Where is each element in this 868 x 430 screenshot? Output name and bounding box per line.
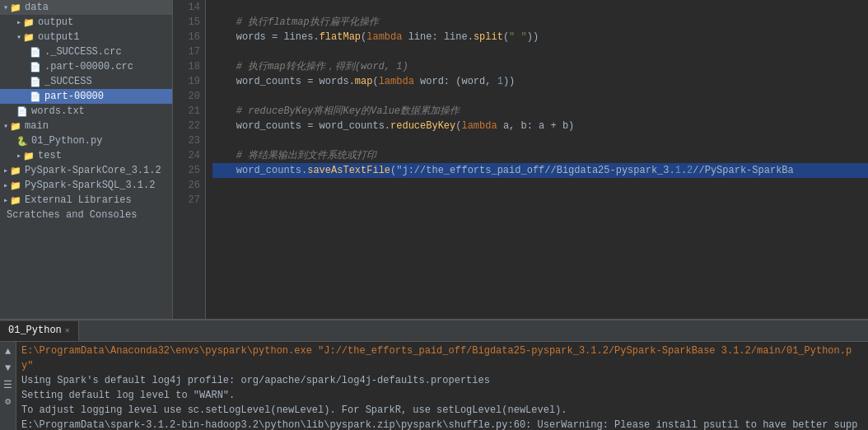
sidebar-label: part-00000 xyxy=(44,91,104,102)
arrow-icon: ▸ xyxy=(3,195,8,205)
line-number: 21 xyxy=(173,104,200,119)
scroll-down-btn[interactable]: ▼ xyxy=(2,362,15,375)
sidebar-item-pyspark_sql[interactable]: ▸ 📁 PySpark-SparkSQL_3.1.2 xyxy=(0,178,172,193)
sidebar-label: External Libraries xyxy=(25,194,132,206)
bottom-toolbar: ▲ ▼ ☰ ⚙ xyxy=(0,342,16,430)
tab-label: 01_Python xyxy=(8,325,62,336)
sidebar-label: output1 xyxy=(38,31,79,43)
bottom-main: ▲ ▼ ☰ ⚙ E:\ProgramData\Anaconda32\envs\p… xyxy=(0,342,868,430)
sidebar-item-ext_libs[interactable]: ▸ 📁 External Libraries xyxy=(0,193,172,208)
arrow-icon: ▸ xyxy=(16,151,21,161)
sidebar-label: data xyxy=(25,2,49,13)
line-number: 23 xyxy=(173,133,200,148)
sidebar-label: test xyxy=(38,150,62,161)
arrow-icon: ▸ xyxy=(3,166,8,175)
folder-icon: 📁 xyxy=(23,17,35,28)
bottom-tab-python[interactable]: 01_Python ✕ xyxy=(0,321,79,341)
console-line: Using Spark's default log4j profile: org… xyxy=(21,373,863,388)
line-numbers: 1415161718192021222324252627 xyxy=(173,0,206,319)
line-number: 20 xyxy=(173,89,200,104)
line-number: 19 xyxy=(173,74,200,89)
sidebar-item-data[interactable]: ▾ 📁 data xyxy=(0,0,172,15)
sidebar-item-part00000[interactable]: 📄 part-00000 xyxy=(0,89,172,104)
file-icon: 📄 xyxy=(30,77,41,87)
sidebar-item-main[interactable]: ▾ 📁 main xyxy=(0,119,172,133)
sidebar-item-scratches[interactable]: Scratches and Consoles xyxy=(0,208,172,222)
sidebar-label: ._SUCCESS.crc xyxy=(44,46,122,58)
tab-close[interactable]: ✕ xyxy=(65,325,70,335)
bottom-panel: 01_Python ✕ ▲ ▼ ☰ ⚙ E:\ProgramData\Anaco… xyxy=(0,319,868,430)
file-icon: 📄 xyxy=(30,91,41,102)
code-line[interactable]: word_counts.saveAsTextFile("j://the_effo… xyxy=(212,163,868,178)
folder-icon: 📁 xyxy=(10,180,21,191)
folder-icon: 📁 xyxy=(10,2,21,13)
code-line[interactable] xyxy=(212,44,868,59)
editor-content: 1415161718192021222324252627 # 执行flatmap… xyxy=(173,0,868,319)
sidebar-item-part_crc[interactable]: 📄 .part-00000.crc xyxy=(0,59,172,74)
sidebar-label: output xyxy=(38,16,73,28)
sidebar-item-output[interactable]: ▸ 📁 output xyxy=(0,15,172,30)
sidebar-label: Scratches and Consoles xyxy=(7,209,137,221)
bottom-tabs: 01_Python ✕ xyxy=(0,320,868,342)
code-line[interactable] xyxy=(212,193,868,208)
code-line[interactable]: # 执行map转化操作，得到(word, 1) xyxy=(212,59,868,74)
sidebar-label: PySpark-SparkCore_3.1.2 xyxy=(25,165,161,176)
line-number: 25 xyxy=(173,163,200,178)
arrow-icon: ▸ xyxy=(3,180,8,190)
code-line[interactable]: word_counts = word_counts.reduceByKey(la… xyxy=(212,119,868,133)
console-line: E:\ProgramData\Anaconda32\envs\pyspark\p… xyxy=(21,344,863,373)
code-line[interactable]: # 执行flatmap执行扁平化操作 xyxy=(212,15,868,30)
sidebar: ▾ 📁 data▸ 📁 output▾ 📁 output1📄 ._SUCCESS… xyxy=(0,0,173,319)
sidebar-label: .part-00000.crc xyxy=(44,61,133,72)
arrow-icon: ▸ xyxy=(16,17,21,27)
folder-icon: 📁 xyxy=(10,166,21,176)
arrow-icon: ▾ xyxy=(16,32,21,42)
folder-icon: 📁 xyxy=(10,195,21,206)
code-line[interactable] xyxy=(212,133,868,148)
sidebar-item-output1[interactable]: ▾ 📁 output1 xyxy=(0,30,172,44)
main-area: ▾ 📁 data▸ 📁 output▾ 📁 output1📄 ._SUCCESS… xyxy=(0,0,868,319)
line-number: 26 xyxy=(173,178,200,193)
sidebar-item-success[interactable]: 📄 _SUCCESS xyxy=(0,74,172,89)
code-line[interactable] xyxy=(212,89,868,104)
sidebar-item-python01[interactable]: 🐍 01_Python.py xyxy=(0,133,172,148)
code-line[interactable]: # 将结果输出到文件系统或打印 xyxy=(212,148,868,163)
sidebar-label: PySpark-SparkSQL_3.1.2 xyxy=(25,180,155,191)
file-icon: 📄 xyxy=(30,62,41,72)
sidebar-label: main xyxy=(25,120,49,132)
line-number: 27 xyxy=(173,193,200,208)
file-icon: 📄 xyxy=(16,106,28,117)
sidebar-item-success_crc[interactable]: 📄 ._SUCCESS.crc xyxy=(0,44,172,59)
sidebar-item-test[interactable]: ▸ 📁 test xyxy=(0,148,172,163)
sidebar-item-pyspark_core[interactable]: ▸ 📁 PySpark-SparkCore_3.1.2 xyxy=(0,163,172,178)
folder-icon: 📁 xyxy=(23,151,35,161)
folder-icon: 📁 xyxy=(23,32,35,43)
sidebar-item-words[interactable]: 📄 words.txt xyxy=(0,104,172,119)
sidebar-label: words.txt xyxy=(31,105,85,117)
line-number: 17 xyxy=(173,44,200,59)
line-number: 15 xyxy=(173,15,200,30)
line-number: 24 xyxy=(173,148,200,163)
file-icon: 📄 xyxy=(30,47,41,58)
code-line[interactable]: words = lines.flatMap(lambda line: line.… xyxy=(212,30,868,44)
code-line[interactable]: # reduceByKey将相同Key的Value数据累加操作 xyxy=(212,104,868,119)
code-area[interactable]: # 执行flatmap执行扁平化操作 words = lines.flatMap… xyxy=(206,0,868,319)
line-number: 22 xyxy=(173,119,200,133)
folder-icon: 📁 xyxy=(10,121,21,132)
editor-area: 1415161718192021222324252627 # 执行flatmap… xyxy=(173,0,868,319)
sidebar-label: _SUCCESS xyxy=(44,76,92,87)
sidebar-label: 01_Python.py xyxy=(31,135,102,147)
scroll-up-btn[interactable]: ▲ xyxy=(2,345,15,358)
console-line: E:\ProgramData\spark-3.1.2-bin-hadoop3.2… xyxy=(21,418,863,430)
console-line: To adjust logging level use sc.setLogLev… xyxy=(21,403,863,418)
code-line[interactable] xyxy=(212,178,868,193)
console-line: Setting default log level to "WARN". xyxy=(21,388,863,403)
console-output: E:\ProgramData\Anaconda32\envs\pyspark\p… xyxy=(16,342,868,430)
python-icon: 🐍 xyxy=(16,136,28,147)
code-line[interactable] xyxy=(212,0,868,15)
lines-btn[interactable]: ☰ xyxy=(2,378,15,391)
code-line[interactable]: word_counts = words.map(lambda word: (wo… xyxy=(212,74,868,89)
line-number: 14 xyxy=(173,0,200,15)
line-number: 16 xyxy=(173,30,200,44)
settings-btn[interactable]: ⚙ xyxy=(2,395,15,408)
